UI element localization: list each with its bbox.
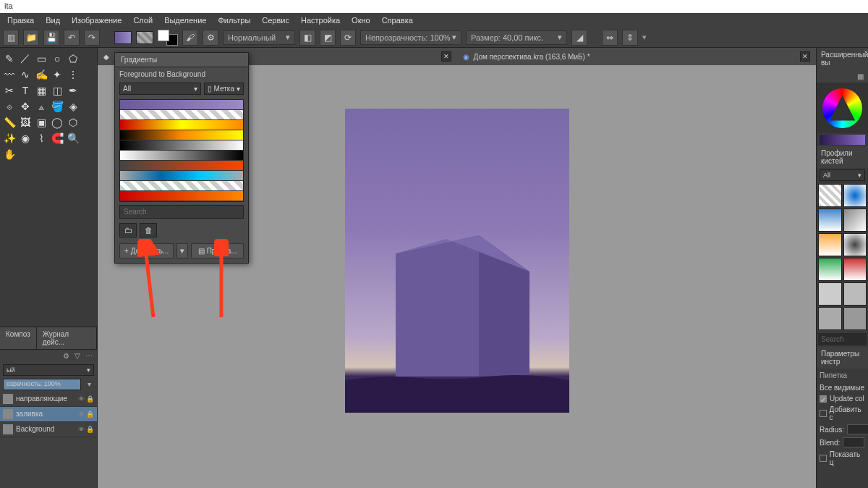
text-tool-icon[interactable]: T <box>19 84 32 97</box>
zoom-tool-icon[interactable]: 🔍 <box>67 132 80 145</box>
visibility-icon[interactable]: 👁 <box>78 426 85 433</box>
pattern-tool-icon[interactable]: ◫ <box>51 84 64 97</box>
brush-preset[interactable] <box>843 184 867 207</box>
menu-select[interactable]: Выделение <box>160 14 210 26</box>
gradient-item[interactable] <box>120 130 243 140</box>
gradient-item[interactable] <box>120 181 243 191</box>
brush-preset[interactable] <box>843 258 867 281</box>
select-contig-tool-icon[interactable]: ✨ <box>3 132 16 145</box>
brush-editor-button[interactable]: ⚙ <box>203 30 218 46</box>
gradient-item[interactable] <box>120 161 243 171</box>
calligraphy-tool-icon[interactable]: ✒ <box>67 84 80 97</box>
menu-layer[interactable]: Слой <box>129 14 157 26</box>
reload-preset-button[interactable]: ⟳ <box>340 30 356 46</box>
brush-preset-button[interactable]: 🖌 <box>182 30 198 46</box>
add-gradient-dropdown[interactable]: ▾ <box>176 243 188 258</box>
redo-button[interactable]: ↷ <box>84 30 100 46</box>
gradient-tag-button[interactable]: ▯Метка▾ <box>204 83 244 95</box>
add-to-palette-checkbox[interactable] <box>820 410 827 417</box>
visibility-icon[interactable]: 👁 <box>78 411 85 418</box>
pan-tool-icon[interactable]: ✋ <box>3 148 16 161</box>
lock-icon[interactable]: 🔒 <box>86 411 94 418</box>
lock-icon[interactable]: 🔒 <box>86 395 94 403</box>
blend-mode-combo[interactable]: Нормальный▾ <box>223 30 295 45</box>
layer-config-icon[interactable]: ⚙ <box>61 351 71 361</box>
assistant-tool-icon[interactable]: ◈ <box>67 100 80 113</box>
menu-settings[interactable]: Настройка <box>297 14 344 26</box>
menu-filters[interactable]: Фильтры <box>213 14 255 26</box>
close-tab-button[interactable]: ✕ <box>441 51 451 62</box>
layer-row[interactable]: направляющие 👁🔒 <box>0 392 97 407</box>
rect-tool-icon[interactable]: ▭ <box>35 52 48 65</box>
import-gradient-button[interactable]: 🗀 <box>119 223 137 237</box>
layer-row[interactable]: Background 👁🔒 <box>0 422 97 437</box>
brush-preset[interactable] <box>843 282 867 306</box>
color-history-strip[interactable] <box>820 135 865 145</box>
mirror-v-button[interactable]: ⇕ <box>622 30 638 46</box>
gradient-item[interactable] <box>120 120 243 130</box>
select-similar-tool-icon[interactable]: ◉ <box>19 132 32 145</box>
color-swatches[interactable] <box>158 30 178 46</box>
color-wheel[interactable] <box>817 83 868 133</box>
undo-button[interactable]: ↶ <box>64 30 80 46</box>
brush-preset[interactable] <box>818 258 842 281</box>
select-rect-tool-icon[interactable]: ▣ <box>35 116 48 129</box>
gradient-item[interactable] <box>120 171 243 181</box>
dynamic-tool-icon[interactable]: ✦ <box>51 68 64 81</box>
tab-history[interactable]: Журнал дейс... <box>37 327 97 349</box>
gradient-item[interactable] <box>120 110 243 120</box>
brush-tool-icon[interactable]: ✎ <box>3 52 16 65</box>
menu-window[interactable]: Окно <box>347 14 375 26</box>
brush-preset[interactable] <box>843 307 867 330</box>
gradient-item[interactable] <box>120 140 243 151</box>
fill-tool-icon[interactable]: 🪣 <box>51 100 64 113</box>
save-button[interactable]: 💾 <box>43 30 59 46</box>
layer-opacity-slider[interactable]: озрачность: 100% <box>3 379 81 390</box>
open-button[interactable]: 📁 <box>23 30 39 46</box>
delete-gradient-button[interactable]: 🗑 <box>140 223 157 237</box>
polyline-tool-icon[interactable]: 〰 <box>3 68 16 81</box>
select-bezier-tool-icon[interactable]: ⌇ <box>35 132 48 145</box>
brush-shape-button[interactable]: ◢ <box>571 30 587 46</box>
menu-help[interactable]: Справка <box>378 14 417 26</box>
select-poly-tool-icon[interactable]: ⬡ <box>67 116 80 129</box>
blend-input[interactable] <box>843 437 864 447</box>
brush-preset[interactable] <box>843 233 867 256</box>
reference-tool-icon[interactable]: 🖼 <box>19 116 32 129</box>
gradient-tool-icon[interactable]: ▦ <box>35 84 48 97</box>
layer-filter-icon[interactable]: ▽ <box>72 351 82 361</box>
brush-preset[interactable] <box>818 233 842 256</box>
menu-edit[interactable]: Правка <box>3 14 38 26</box>
brush-filter-combo[interactable]: All▾ <box>820 169 865 181</box>
brush-search-input[interactable]: Search <box>818 333 867 345</box>
show-color-checkbox[interactable] <box>820 455 827 462</box>
layer-more-icon[interactable]: ⋯ <box>84 351 94 361</box>
measure-tool-icon[interactable]: 📏 <box>3 116 16 129</box>
select-free-tool-icon[interactable]: ◯ <box>51 116 64 129</box>
gradient-item[interactable] <box>120 191 243 201</box>
transform-tool-icon[interactable]: ⟐ <box>3 100 16 113</box>
menu-image[interactable]: Изображение <box>67 14 126 26</box>
eraser-toggle[interactable]: ◧ <box>299 30 315 46</box>
brush-preset[interactable] <box>818 307 842 330</box>
line-tool-icon[interactable]: ／ <box>19 52 32 65</box>
gradient-search-input[interactable]: Search <box>119 205 244 219</box>
multi-tool-icon[interactable]: ⋮ <box>67 68 80 81</box>
edit-tool-icon[interactable]: ✂ <box>3 84 16 97</box>
gradient-item[interactable] <box>120 151 243 161</box>
layer-opacity-down-icon[interactable]: ▾ <box>84 379 94 390</box>
pattern-swatch[interactable] <box>136 31 153 44</box>
brush-preset[interactable] <box>818 209 842 232</box>
ellipse-tool-icon[interactable]: ○ <box>51 52 64 65</box>
layer-blend-combo[interactable]: ый▾ <box>3 364 94 376</box>
close-tab-button[interactable]: ✕ <box>800 51 810 62</box>
freehand-tool-icon[interactable]: ✍ <box>35 68 48 81</box>
tab-compositions[interactable]: Композ <box>0 327 37 349</box>
gradient-filter-combo[interactable]: All▾ <box>119 83 201 95</box>
menu-view[interactable]: Вид <box>41 14 64 26</box>
opacity-slider[interactable]: Непрозрачность: 100%▾ <box>360 30 461 45</box>
crop-tool-icon[interactable]: ⟁ <box>35 100 48 113</box>
mirror-h-button[interactable]: ⇔ <box>602 30 618 46</box>
polygon-tool-icon[interactable]: ⬠ <box>67 52 80 65</box>
brush-preset[interactable] <box>818 282 842 306</box>
